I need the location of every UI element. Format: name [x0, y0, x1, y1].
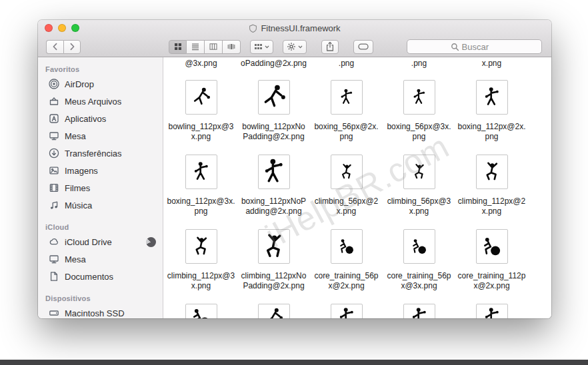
file-item-bowling-112pxnopadding-2x-png: bowling_112pxNoPadding@2x.png: [237, 80, 310, 155]
forward-button[interactable]: [63, 40, 81, 54]
back-icon: [51, 42, 60, 51]
file-name: climbing_112px@2x.png: [458, 196, 525, 216]
file-item-climbing-112pxnopadding-2x-png: climbing_112pxNoPadding@2x.png: [237, 229, 310, 304]
sidebar-item-aplicativos[interactable]: Aplicativos: [38, 110, 163, 127]
file-icon-boxing-56px-2x-png[interactable]: [331, 80, 363, 115]
icon-view-button[interactable]: [169, 40, 187, 54]
sidebar-item-meus-arquivos[interactable]: Meus Arquivos: [38, 93, 163, 110]
file-icon-cutoff[interactable]: [331, 304, 363, 318]
desktop-icon: [48, 131, 59, 142]
document-icon: [48, 271, 59, 282]
sidebar-item-filmes[interactable]: Filmes: [38, 179, 163, 196]
column-view-button[interactable]: [205, 40, 223, 54]
file-icon-cutoff[interactable]: [185, 304, 217, 318]
downloads-icon: [48, 148, 59, 159]
traffic-lights: [45, 24, 79, 32]
arrange-button[interactable]: [250, 40, 273, 54]
file-icon-bowling-112pxnopadding-2x-png[interactable]: [258, 80, 290, 115]
list-view-icon: [191, 43, 199, 51]
coverflow-view-icon: [227, 43, 235, 51]
column-view-icon: [209, 43, 217, 51]
sidebar-item-imagens[interactable]: Imagens: [38, 162, 163, 179]
file-name: boxing_112pxNoPadding@2x.png: [241, 196, 306, 216]
sidebar-item-transfer-ncias[interactable]: Transferências: [38, 145, 163, 162]
hdd-icon: [48, 308, 59, 319]
cloud-icon: [48, 236, 59, 248]
file-icon-core-training-56px-3x-png[interactable]: [403, 229, 435, 264]
file-item-boxing-112px-3x-png: boxing_112px@3x.png: [165, 155, 237, 229]
view-mode-segmented-control: [169, 40, 241, 54]
search-field[interactable]: [407, 39, 542, 54]
action-button[interactable]: [283, 40, 307, 54]
file-icon-core-training-112px-2x-png[interactable]: [476, 229, 508, 264]
minimize-button[interactable]: [58, 24, 66, 32]
sidebar-item-label: Macintosh SSD: [65, 308, 125, 318]
titlebar[interactable]: FitnessUI.framework: [38, 20, 551, 37]
search-input[interactable]: [462, 42, 499, 52]
file-browser-content: @3x.pngoPadding@2x.png.png.pngx.pngbowli…: [163, 57, 551, 318]
file-name: climbing_112px@3x.png: [167, 271, 235, 291]
search-icon: [451, 43, 459, 51]
file-icon-cutoff[interactable]: [476, 304, 508, 318]
framework-icon: [249, 24, 257, 33]
images-icon: [48, 165, 59, 177]
file-icon-core-training-56px-2x-png[interactable]: [331, 229, 363, 264]
file-icon-climbing-112pxnopadding-2x-png[interactable]: [258, 229, 290, 264]
file-item-core-training-112px-2x-png: core_training_112px@2x.png: [455, 229, 528, 304]
sidebar-section-title-dispositivos: Dispositivos: [38, 294, 163, 304]
file-name: boxing_56px@3x.png: [387, 122, 451, 142]
file-item-boxing-56px-3x-png: boxing_56px@3x.png: [383, 80, 455, 155]
file-grid-row: boxing_112px@3x.pngboxing_112pxNoPadding…: [165, 155, 551, 229]
file-icon-boxing-56px-3x-png[interactable]: [403, 80, 435, 115]
close-button[interactable]: [45, 24, 53, 32]
sidebar-item-m-sica[interactable]: Música: [38, 196, 163, 214]
back-button[interactable]: [46, 40, 63, 54]
file-name: .png: [310, 59, 383, 69]
file-name: core_training_56px@2x.png: [314, 271, 378, 291]
file-icon-boxing-112pxnopadding-2x-png[interactable]: [258, 155, 290, 189]
file-name: oPadding@2x.png: [237, 59, 310, 69]
sidebar-item-mesa[interactable]: Mesa: [38, 250, 163, 268]
share-button[interactable]: [321, 40, 339, 54]
file-icon-boxing-112px-2x-png[interactable]: [476, 80, 508, 115]
sidebar-item-icloud-drive[interactable]: iCloud Drive: [38, 233, 163, 250]
group-icon: [254, 43, 263, 51]
sidebar-item-label: Meus Arquivos: [65, 97, 121, 107]
sidebar-item-label: AirDrop: [65, 79, 94, 89]
file-icon-climbing-112px-2x-png[interactable]: [476, 155, 508, 189]
coverflow-view-button[interactable]: [223, 40, 241, 54]
edit-tags-button[interactable]: [353, 40, 373, 54]
file-item-core-training-56px-3x-png: core_training_56px@3x.png: [383, 229, 455, 304]
file-icon-climbing-56px-2x-png[interactable]: [331, 155, 363, 189]
file-icon-boxing-112px-3x-png[interactable]: [185, 155, 217, 189]
file-icon-bowling-112px-3x-png[interactable]: [185, 80, 217, 115]
file-item-climbing-112px-3x-png: climbing_112px@3x.png: [165, 229, 237, 304]
sidebar: FavoritosAirDropMeus ArquivosAplicativos…: [38, 57, 163, 318]
file-name: core_training_112px@2x.png: [458, 271, 526, 291]
file-icon-climbing-112px-3x-png[interactable]: [185, 229, 217, 264]
sidebar-item-label: Documentos: [65, 272, 113, 282]
file-name: climbing_112pxNoPadding@2x.png: [241, 271, 307, 291]
applications-icon: [48, 113, 59, 125]
forward-icon: [67, 42, 77, 51]
file-name: boxing_112px@3x.png: [167, 196, 235, 216]
file-name: boxing_112px@2x.png: [457, 122, 525, 142]
list-view-button[interactable]: [187, 40, 205, 54]
file-item-cutoff: [310, 304, 383, 318]
file-icon-climbing-56px-3x-png[interactable]: [403, 155, 435, 189]
sidebar-item-airdrop[interactable]: AirDrop: [38, 75, 163, 93]
zoom-button[interactable]: [71, 24, 79, 32]
file-icon-cutoff[interactable]: [258, 304, 290, 318]
sidebar-item-mesa[interactable]: Mesa: [38, 127, 163, 145]
sidebar-item-macintosh-ssd[interactable]: Macintosh SSD: [38, 304, 163, 318]
file-icon-cutoff[interactable]: [403, 304, 435, 318]
file-name: core_training_56px@3x.png: [387, 271, 451, 291]
file-grid-row: climbing_112px@3x.pngclimbing_112pxNoPad…: [165, 229, 551, 304]
file-name: x.png: [455, 59, 528, 69]
sidebar-item-documentos[interactable]: Documentos: [38, 268, 163, 285]
file-item-cutoff: [237, 304, 310, 318]
file-item-bowling-112px-3x-png: bowling_112px@3x.png: [165, 80, 237, 155]
file-name: .png: [383, 59, 455, 69]
sidebar-section-title-icloud: iCloud: [38, 223, 163, 233]
file-item-boxing-112px-2x-png: boxing_112px@2x.png: [455, 80, 528, 155]
